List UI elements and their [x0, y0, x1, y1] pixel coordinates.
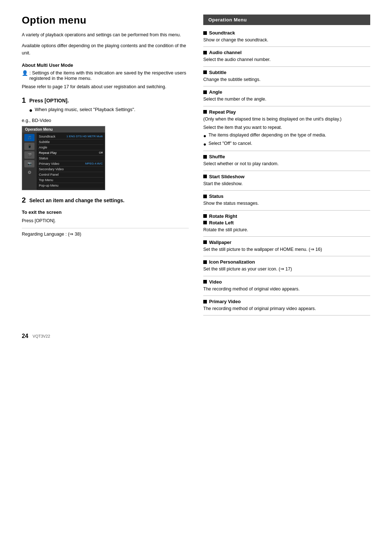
- op-text-repeat-play-2: Select the item that you want to repeat.: [203, 124, 370, 131]
- op-section-wallpaper: Wallpaper Set the still picture to the w…: [203, 240, 370, 253]
- op-text-soundtrack: Show or change the soundtrack.: [203, 37, 370, 44]
- page-number: 24: [22, 333, 28, 339]
- op-divider-13: [203, 315, 370, 315]
- op-section-icon-personalization: Icon Personalization Set the still pictu…: [203, 259, 370, 273]
- bullet-dot: ●: [29, 107, 33, 114]
- op-divider-2: [203, 66, 370, 67]
- op-title-angle: Angle: [203, 89, 370, 95]
- op-section-rotate: Rotate Right Rotate Left Rotate the stil…: [203, 213, 370, 233]
- screen-mockup: Operation Menu 🎵 📱 🎬 📷 ⚙ Soundtrack 1 EN…: [22, 126, 105, 190]
- multi-user-heading: About Multi User Mode: [22, 62, 189, 68]
- op-section-repeat-play: Repeat Play (Only when the elapsed time …: [203, 109, 370, 148]
- black-square-status: [203, 195, 207, 198]
- op-section-shuffle: Shuffle Select whether or not to play ra…: [203, 154, 370, 167]
- op-title-soundtrack: Soundtrack: [203, 30, 370, 36]
- op-section-video: Video The recording method of original v…: [203, 279, 370, 293]
- op-title-start-slideshow: Start Slideshow: [203, 174, 370, 179]
- op-title-primary-video: Primary Video: [203, 299, 370, 304]
- screen-row-primary-video: Primary Video MPEG-4 AVC: [38, 161, 103, 167]
- op-label-rotate-left: Rotate Left: [209, 220, 234, 225]
- multi-user-icon-row: 👤 : Settings of the items with this indi…: [22, 70, 189, 81]
- right-column: Operation Menu Soundtrack Show or change…: [203, 15, 370, 318]
- operation-menu-header: Operation Menu: [203, 15, 370, 25]
- page-title: Option menu: [22, 15, 189, 26]
- op-text-rotate: Rotate the still picture.: [203, 227, 370, 233]
- user-icon: 👤: [22, 70, 28, 76]
- black-square-primary-video: [203, 300, 207, 304]
- step1-number: 1: [22, 96, 26, 104]
- black-square-start-slideshow: [203, 175, 207, 178]
- op-divider-5: [203, 151, 370, 151]
- regarding-line: Regarding Language : (⇒ 38): [22, 231, 189, 237]
- op-divider-3: [203, 86, 370, 86]
- op-divider-6: [203, 171, 370, 171]
- op-text-icon-personalization: Set the still picture as your user icon.…: [203, 266, 370, 273]
- black-square-rotate-left: [203, 221, 207, 224]
- black-square-audio-channel: [203, 51, 207, 54]
- op-divider-10: [203, 256, 370, 256]
- screen-row-soundtrack: Soundtrack 1 ENG DTS HD METR Multi: [38, 134, 103, 139]
- op-label-rotate-right: Rotate Right: [209, 213, 237, 219]
- to-exit-text: Press [OPTION].: [22, 217, 189, 224]
- op-label-start-slideshow: Start Slideshow: [209, 174, 245, 179]
- op-label-primary-video: Primary Video: [209, 299, 241, 304]
- intro-text-1: A variety of playback operations and set…: [22, 31, 189, 38]
- op-label-soundtrack: Soundtrack: [209, 30, 235, 36]
- screen-icon-4: 📷: [24, 160, 34, 167]
- op-bullet-repeat-play-2: ● Select "Off" to cancel.: [203, 141, 370, 148]
- op-divider-4: [203, 106, 370, 106]
- op-divider-11: [203, 276, 370, 276]
- op-label-video: Video: [209, 279, 222, 285]
- step1-heading: 1 Press [OPTION].: [22, 96, 189, 105]
- op-section-start-slideshow: Start Slideshow Start the slideshow.: [203, 174, 370, 187]
- op-title-subtitle: Subtitle: [203, 70, 370, 75]
- op-section-soundtrack: Soundtrack Show or change the soundtrack…: [203, 30, 370, 44]
- op-text-angle: Select the number of the angle.: [203, 96, 370, 103]
- screen-row-top-menu: Top Menu: [38, 178, 103, 183]
- version-text: VQT3V22: [33, 334, 50, 338]
- op-text-video: The recording method of original video a…: [203, 286, 370, 293]
- op-title-status: Status: [203, 194, 370, 199]
- op-title-wallpaper: Wallpaper: [203, 240, 370, 245]
- op-label-wallpaper: Wallpaper: [209, 240, 232, 245]
- op-label-shuffle: Shuffle: [209, 154, 225, 159]
- screen-sidebar: 🎵 📱 🎬 📷 ⚙: [22, 133, 37, 190]
- screen-icon-1: 🎵: [24, 134, 34, 141]
- black-square-shuffle: [203, 155, 207, 159]
- op-bullet-dot-1: ●: [203, 133, 206, 140]
- op-title-rotate-right: Rotate Right: [203, 213, 370, 219]
- op-text-shuffle: Select whether or not to play random.: [203, 160, 370, 167]
- black-square-subtitle: [203, 70, 207, 74]
- op-section-primary-video: Primary Video The recording method of or…: [203, 299, 370, 312]
- step2-label: Select an item and change the settings.: [29, 197, 124, 203]
- screen-icon-gear: ⚙: [24, 169, 34, 176]
- screen-icon-2: 📱: [24, 143, 34, 150]
- screen-row-status: Status: [38, 156, 103, 161]
- screen-header: Operation Menu: [22, 126, 105, 133]
- screen-row-popup-menu: Pop-up Menu: [38, 183, 103, 188]
- step1-content: ● When playing music, select "Playback S…: [29, 107, 189, 114]
- op-label-repeat-play: Repeat Play: [209, 109, 236, 115]
- op-title-audio-channel: Audio channel: [203, 50, 370, 55]
- divider-regarding: [22, 228, 189, 228]
- step1-label: Press [OPTION].: [29, 98, 69, 103]
- op-divider-9: [203, 236, 370, 237]
- op-text-start-slideshow: Start the slideshow.: [203, 180, 370, 187]
- screen-row-angle: Angle: [38, 145, 103, 150]
- op-divider-8: [203, 210, 370, 211]
- step1-bullet-item: ● When playing music, select "Playback S…: [29, 107, 189, 114]
- op-section-status: Status Show the status messages.: [203, 194, 370, 207]
- op-label-icon-personalization: Icon Personalization: [209, 259, 255, 265]
- multi-user-text2: Please refer to page 17 for details abou…: [22, 83, 189, 90]
- op-title-shuffle: Shuffle: [203, 154, 370, 159]
- black-square-wallpaper: [203, 240, 207, 244]
- step2-heading: 2 Select an item and change the settings…: [22, 196, 189, 204]
- op-divider-7: [203, 190, 370, 191]
- intro-text-2: Available options differ depending on th…: [22, 42, 189, 57]
- example-label: e.g., BD-Video: [22, 118, 189, 123]
- op-bullet-text-repeat-play-1: The items displayed differ depending on …: [208, 133, 326, 138]
- step1-bullet-text: When playing music, select "Playback Set…: [35, 107, 135, 112]
- step2-block: 2 Select an item and change the settings…: [22, 196, 189, 204]
- step1-block: 1 Press [OPTION]. ● When playing music, …: [22, 96, 189, 114]
- left-column: Option menu A variety of playback operat…: [22, 15, 189, 318]
